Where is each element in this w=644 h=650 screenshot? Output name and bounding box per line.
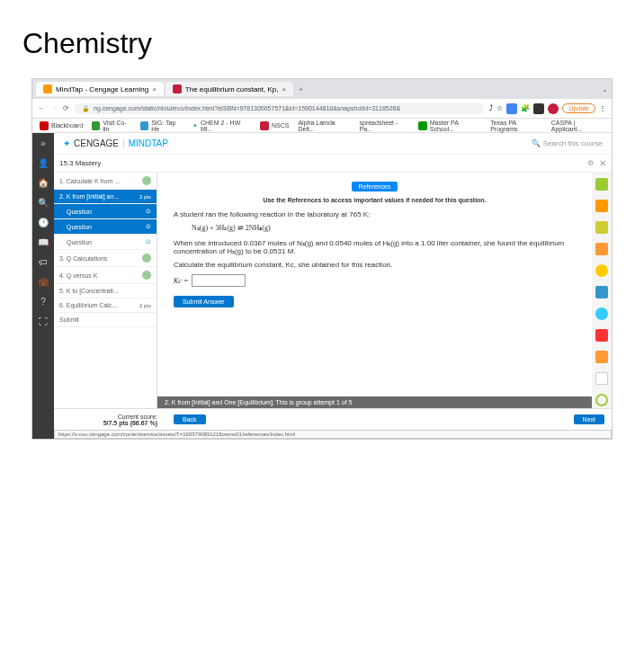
nav-item[interactable]: Question⊙	[54, 204, 157, 219]
nav-item[interactable]: 3. Q Calculations	[54, 250, 157, 267]
question-text: Calculate the equilibrium constant, Kc, …	[174, 261, 576, 269]
browser-tab[interactable]: The equilibrium constant, Kp, ×	[165, 82, 293, 96]
bookmark-item[interactable]: spreadsheet - Pa...	[360, 120, 410, 132]
tab-favicon	[43, 85, 52, 93]
kc-input-row: Kc =	[174, 274, 576, 287]
app-container: » 👤 🏠 🔍 🕐 📖 🏷 💼 ? ⛶ ✦ CENGAGE | MINDTAP …	[32, 133, 612, 439]
nav-item[interactable]: 1. Calculate K from ...	[54, 173, 157, 190]
product-name: MINDTAP	[129, 138, 168, 148]
question-text: When she introduced 0.0367 moles of N₂(g…	[174, 239, 576, 255]
bookmark-item[interactable]: Blackboard	[40, 121, 83, 130]
menu-icon[interactable]: ⋮	[599, 104, 606, 112]
main-area: ✦ CENGAGE | MINDTAP 🔍 Search this course…	[54, 133, 612, 439]
rss-icon[interactable]	[595, 200, 608, 212]
star-tool-icon[interactable]	[595, 351, 608, 363]
back-button[interactable]: Back	[174, 414, 206, 424]
tabs-bar: MindTap - Cengage Learning × The equilib…	[32, 79, 612, 99]
doc-icon[interactable]	[595, 286, 608, 298]
pencil-icon[interactable]	[595, 178, 608, 191]
close-icon[interactable]: ×	[282, 85, 286, 93]
rail-briefcase-icon[interactable]: 💼	[37, 275, 49, 288]
extension-icon[interactable]	[506, 103, 517, 114]
update-button[interactable]: Update	[562, 103, 595, 113]
rail-user-icon[interactable]: 👤	[37, 156, 49, 169]
extension-icon[interactable]	[548, 103, 559, 114]
nav-item[interactable]: 5. K to [Concentrati...	[54, 284, 157, 298]
rail-clock-icon[interactable]: 🕐	[37, 216, 49, 228]
bookmark-item[interactable]: CASPA | Applicant...	[551, 120, 604, 132]
close-icon[interactable]: ×	[152, 85, 157, 93]
rail-flag-icon[interactable]: 🏷	[37, 255, 49, 268]
hint-text: Use the References to access important v…	[174, 197, 576, 203]
rail-fullscreen-icon[interactable]: ⛶	[37, 315, 49, 327]
extension-icon[interactable]	[533, 103, 544, 114]
check-icon: ⊙	[146, 238, 151, 245]
bookmark-item[interactable]: Visit Co-lin	[92, 120, 131, 132]
nav-item[interactable]: 2. K from [Initial] an...2 pts	[54, 190, 157, 204]
brand: ✦ CENGAGE | MINDTAP	[63, 138, 168, 148]
star-icon[interactable]: ☆	[496, 104, 503, 112]
bookmark-item[interactable]: NSCS	[260, 121, 289, 130]
kc-input[interactable]	[192, 274, 246, 287]
bookmark-icon[interactable]	[595, 221, 608, 234]
question-area: References Use the References to access …	[157, 173, 592, 408]
puzzle-icon[interactable]: 🧩	[521, 104, 530, 112]
score-label: Current score: 5/7.5 pts (66.67 %)	[61, 414, 165, 426]
tab-label: MindTap - Cengage Learning	[56, 85, 148, 93]
next-button[interactable]: Next	[574, 414, 604, 424]
brand-name: CENGAGE	[74, 138, 119, 148]
address-bar: ← → ⟳ 🔒 ng.cengage.com/static/nb/ui/evo/…	[32, 99, 612, 119]
question-text: A student ran the following reaction in …	[174, 210, 576, 218]
forward-icon[interactable]: →	[50, 104, 58, 112]
nav-item[interactable]: 4. Q versus K	[54, 267, 157, 284]
nav-submit[interactable]: Submit	[54, 313, 157, 327]
coin-icon[interactable]	[595, 264, 608, 277]
url-input[interactable]: 🔒 ng.cengage.com/static/nb/ui/evo/index.…	[75, 103, 484, 114]
nav-item[interactable]: Question⊙	[54, 219, 157, 235]
bookmark-item[interactable]: Master PA School...	[418, 120, 481, 132]
close-icon[interactable]: ✕	[599, 158, 606, 168]
nav-item[interactable]: Question⊙	[54, 235, 157, 250]
circle-icon[interactable]	[595, 394, 608, 406]
nav-item[interactable]: 6. Equilibrium Calc...2 pts	[54, 298, 157, 313]
bookmark-item[interactable]: ✦CHEM 2 - HW MI...	[192, 120, 251, 132]
bookmark-item[interactable]: Alpha Lamda Delt...	[298, 120, 350, 132]
back-icon[interactable]: ←	[38, 104, 45, 112]
url-status: https://s-cso.cengage.com/contentservice…	[54, 430, 612, 439]
rail-expand-icon[interactable]: »	[37, 137, 49, 149]
tools-rail	[592, 173, 612, 408]
references-button[interactable]: References	[352, 182, 398, 191]
chat-icon[interactable]	[595, 372, 608, 385]
score-row: Current score: 5/7.5 pts (66.67 %) Back …	[54, 408, 612, 430]
reload-icon[interactable]: ⟳	[63, 104, 69, 112]
chapter-nav: 1. Calculate K from ... 2. K from [Initi…	[54, 173, 157, 408]
rail-home-icon[interactable]: 🏠	[37, 176, 49, 189]
rail-help-icon[interactable]: ?	[37, 295, 49, 307]
kc-label: Kc =	[174, 277, 188, 285]
check-icon: ⊙	[146, 223, 151, 230]
bookmark-item[interactable]: Texas PA Programs	[490, 120, 542, 132]
browser-window: MindTap - Cengage Learning × The equilib…	[31, 78, 613, 440]
check-icon: ⊙	[146, 208, 151, 215]
bookmark-item[interactable]: SIG: Tap He	[140, 120, 183, 132]
chapter-header: 15.3 Mastery ⚙ ✕	[54, 155, 612, 173]
submit-answer-button[interactable]: Submit Answer	[174, 296, 234, 307]
bookmarks-bar: Blackboard Visit Co-lin SIG: Tap He ✦CHE…	[32, 119, 612, 133]
az-icon[interactable]	[595, 243, 608, 255]
page-title: Chemistry	[0, 0, 644, 78]
content-row: 1. Calculate K from ... 2. K from [Initi…	[54, 173, 612, 408]
search-button[interactable]: 🔍 Search this course	[532, 139, 603, 147]
new-tab-icon[interactable]: +	[299, 85, 303, 93]
tab-label: The equilibrium constant, Kp,	[185, 85, 279, 93]
browser-tab[interactable]: MindTap - Cengage Learning ×	[36, 82, 164, 96]
left-rail: » 👤 🏠 🔍 🕐 📖 🏷 💼 ? ⛶	[32, 133, 54, 439]
rail-book-icon[interactable]: 📖	[37, 236, 49, 248]
share-icon[interactable]: ⤴	[489, 104, 493, 112]
chevron-down-icon[interactable]: ⌄	[602, 85, 608, 93]
cloud-icon[interactable]	[595, 307, 608, 320]
triangle-icon[interactable]	[595, 329, 608, 342]
rail-search-icon[interactable]: 🔍	[37, 196, 49, 209]
url-text: ng.cengage.com/static/nb/ui/evo/index.ht…	[94, 105, 400, 111]
gear-icon[interactable]: ⚙	[587, 159, 594, 167]
lock-icon: 🔒	[82, 105, 90, 112]
